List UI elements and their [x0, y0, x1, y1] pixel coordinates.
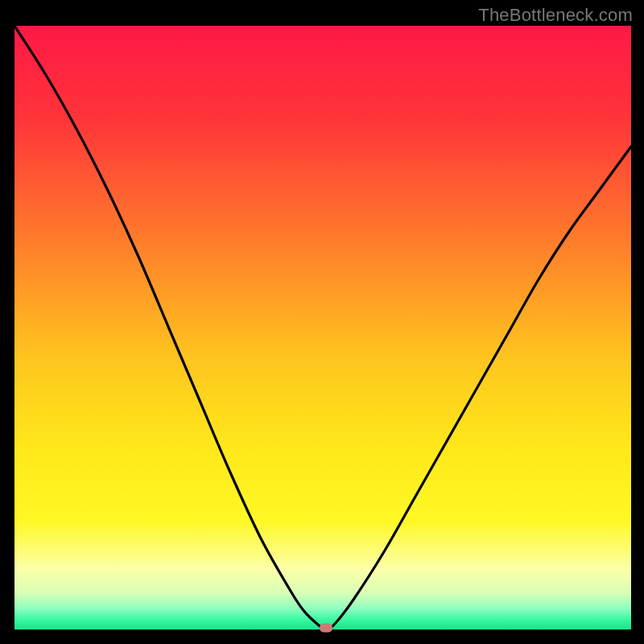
watermark-text: TheBottleneck.com — [478, 5, 633, 26]
chart-svg — [14, 26, 631, 630]
minimum-marker — [320, 624, 332, 633]
chart-frame — [14, 26, 631, 630]
gradient-background — [14, 26, 631, 630]
